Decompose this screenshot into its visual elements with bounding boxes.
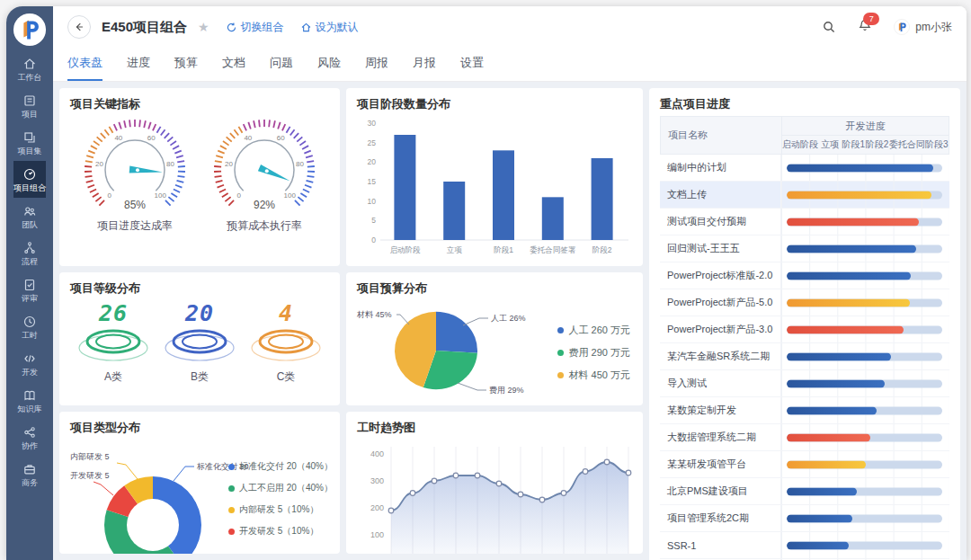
sidebar-item-team[interactable]: 团队 xyxy=(13,198,46,235)
search-button[interactable] xyxy=(822,20,836,34)
sidebar-item-knowledge[interactable]: 知识库 xyxy=(13,382,46,419)
svg-text:人工 26%: 人工 26% xyxy=(491,314,526,323)
progress-track xyxy=(787,191,942,199)
gauge: 02040608010085% 项目进度达成率 xyxy=(70,116,200,234)
progress-fill xyxy=(787,271,911,280)
tab-bar: 仪表盘进度预算文档问题风险周报月报设置 xyxy=(53,48,967,82)
svg-text:30: 30 xyxy=(368,119,377,128)
switch-portfolio-label: 切换组合 xyxy=(241,20,284,35)
progress-fill xyxy=(787,164,933,172)
tab-月报[interactable]: 月报 xyxy=(413,48,436,81)
sidebar: 工作台 项目 项目集 项目组合 团队 流程 评审 工时 开发 知识库 协作 xyxy=(6,6,53,560)
progress-fill xyxy=(787,379,885,387)
tab-问题[interactable]: 问题 xyxy=(270,48,293,81)
gauge-label: 预算成本执行率 xyxy=(227,218,302,234)
column-3: 重点项目进度 项目名称 开发进度 启动阶段立项阶段1阶段2委托合同阶段3 编制中… xyxy=(649,88,960,554)
project-name: 导入测试 xyxy=(660,370,781,396)
sidebar-item-process[interactable]: 流程 xyxy=(13,235,46,271)
gauge-label: 项目进度达成率 xyxy=(97,218,173,234)
card-title: 项目等级分布 xyxy=(70,280,329,297)
ring-icon xyxy=(160,325,239,367)
grade-rings: 26 A类 20 B类 4 C类 xyxy=(70,300,329,385)
column-2: 项目阶段数量分布 051015202530启动阶段立项阶段1委托合同签署阶段2 … xyxy=(346,88,643,554)
key-project-row[interactable]: SSR-1 xyxy=(660,532,949,559)
hours-area-chart: 100200300400 xyxy=(357,440,632,554)
progress-track xyxy=(787,406,942,414)
sidebar-item-label: 商务 xyxy=(22,478,38,487)
key-project-row[interactable]: 项目管理系统2C期 xyxy=(660,505,949,532)
project-name: PowerProject新产品-5.0 xyxy=(660,289,781,316)
progress-fill xyxy=(787,298,910,307)
sidebar-item-dev[interactable]: 开发 xyxy=(13,345,46,382)
notifications-button[interactable]: 7 xyxy=(858,18,872,36)
grade-label: B类 xyxy=(191,369,209,385)
ring-icon xyxy=(74,325,153,367)
switch-portfolio-button[interactable]: 切换组合 xyxy=(226,20,284,35)
sidebar-item-workbench[interactable]: 工作台 xyxy=(13,50,46,87)
sidebar-item-review[interactable]: 评审 xyxy=(13,271,46,308)
set-default-label: 设为默认 xyxy=(316,20,359,35)
progress-fill xyxy=(787,487,857,495)
key-project-row[interactable]: PowerProject标准版-2.0 xyxy=(660,262,949,289)
tab-预算[interactable]: 预算 xyxy=(174,48,198,81)
svg-text:委托合同签署: 委托合同签署 xyxy=(530,245,576,254)
key-project-row[interactable]: 某汽车金融SR系统二期 xyxy=(660,343,949,370)
tab-周报[interactable]: 周报 xyxy=(365,48,388,81)
progress-fill xyxy=(787,191,931,199)
set-default-button[interactable]: 设为默认 xyxy=(300,20,359,35)
svg-text:阶段2: 阶段2 xyxy=(592,245,612,254)
sidebar-item-business[interactable]: 商务 xyxy=(13,456,46,493)
key-project-row[interactable]: 测试项目交付预期 xyxy=(660,209,949,236)
sidebar-item-project-set[interactable]: 项目集 xyxy=(13,124,46,161)
favorite-star-icon[interactable]: ★ xyxy=(198,20,209,34)
project-name: 文档上传 xyxy=(660,182,781,208)
project-set-icon xyxy=(22,130,37,145)
key-project-row[interactable]: PowerProject新产品-3.0 xyxy=(660,316,949,343)
column-header-stage: 启动阶段 xyxy=(782,136,818,154)
svg-text:100: 100 xyxy=(284,191,297,200)
column-header-stage: 阶段3 xyxy=(925,136,949,154)
tab-文档[interactable]: 文档 xyxy=(222,48,245,81)
svg-text:60: 60 xyxy=(277,134,285,142)
key-project-row[interactable]: 编制中的计划 xyxy=(660,155,949,182)
grade-label: A类 xyxy=(104,369,122,385)
page-title: E450项目组合 xyxy=(102,19,187,36)
key-project-row[interactable]: PowerProject新产品-5.0 xyxy=(660,289,949,316)
sidebar-item-collab[interactable]: 协作 xyxy=(13,419,46,456)
tab-风险[interactable]: 风险 xyxy=(317,48,341,81)
tab-仪表盘[interactable]: 仪表盘 xyxy=(67,48,102,81)
progress-cell xyxy=(781,370,949,396)
refresh-icon xyxy=(226,22,237,33)
progress-cell xyxy=(781,532,949,558)
tab-设置[interactable]: 设置 xyxy=(460,48,484,81)
key-project-row[interactable]: 回归测试-王王五 xyxy=(660,236,949,262)
progress-fill xyxy=(787,541,849,549)
progress-track xyxy=(787,460,942,468)
key-project-row[interactable]: 北京PMS建设项目 xyxy=(660,478,949,505)
svg-text:15: 15 xyxy=(368,177,377,186)
key-project-row[interactable]: 某数策定制开发 xyxy=(660,397,949,424)
key-project-row[interactable]: 导入测试 xyxy=(660,370,949,397)
svg-text:20: 20 xyxy=(225,160,233,168)
dashboard-content: 项目关键指标 02040608010085% 项目进度达成率0204060801… xyxy=(53,82,967,560)
app-logo[interactable] xyxy=(13,13,47,47)
back-button[interactable] xyxy=(67,15,91,39)
tab-进度[interactable]: 进度 xyxy=(127,48,150,81)
column-1: 项目关键指标 02040608010085% 项目进度达成率0204060801… xyxy=(59,88,340,554)
gauge-icon xyxy=(22,167,37,182)
progress-fill xyxy=(787,406,877,414)
sidebar-item-hours[interactable]: 工时 xyxy=(13,308,46,345)
progress-cell xyxy=(781,262,949,289)
gauge-chart: 02040608010085% xyxy=(70,116,200,217)
gauge-chart: 02040608010092% xyxy=(200,116,329,217)
progress-track xyxy=(787,352,942,360)
user-menu[interactable]: pm小张 xyxy=(894,19,952,35)
sidebar-item-project[interactable]: 项目 xyxy=(13,87,46,124)
key-project-row[interactable]: 大数据管理系统二期 xyxy=(660,424,949,451)
progress-cell xyxy=(781,236,949,262)
sidebar-item-portfolio[interactable]: 项目组合 xyxy=(13,161,46,198)
key-project-row[interactable]: 某某研发项管平台 xyxy=(660,451,949,478)
key-project-row[interactable]: 文档上传 xyxy=(660,182,949,209)
svg-text:启动阶段: 启动阶段 xyxy=(389,245,421,254)
legend-item: 人工不启用 20（40%） xyxy=(228,482,333,494)
